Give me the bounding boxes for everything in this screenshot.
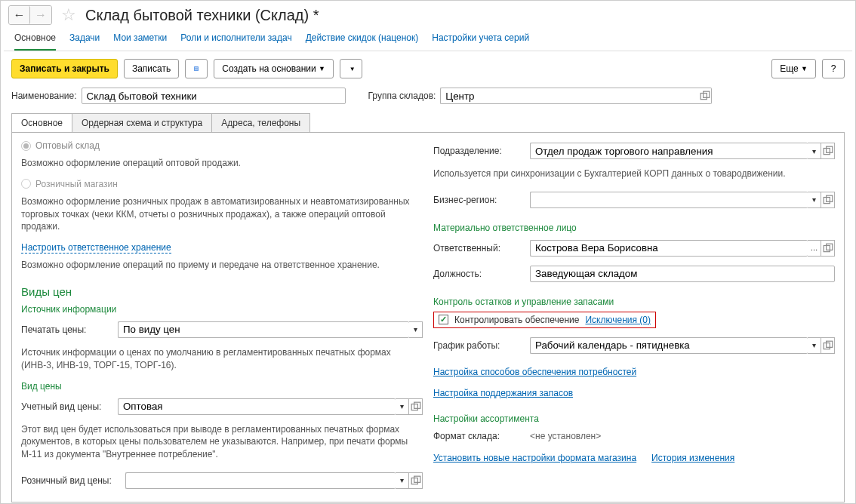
retail-label: Розничный магазин: [35, 179, 118, 189]
responsible-storage-link[interactable]: Настроить ответственное хранение: [21, 242, 171, 254]
stock-heading: Контроль остатков и управление запасами: [433, 297, 835, 307]
region-label: Бизнес-регион:: [433, 195, 524, 205]
wholesale-radio[interactable]: [21, 141, 31, 151]
assort-heading: Настройки ассортимента: [433, 413, 835, 424]
open-icon-button[interactable]: [821, 240, 835, 257]
retail-price-select[interactable]: [125, 472, 396, 489]
format-label: Формат склада:: [433, 431, 524, 441]
supply-link[interactable]: Настройка способов обеспечения потребнос…: [433, 367, 636, 377]
open-icon-button[interactable]: [821, 192, 835, 208]
resp-label: Ответственный:: [433, 243, 524, 254]
new-format-link[interactable]: Установить новые настройки формата магаз…: [433, 453, 636, 463]
history-link[interactable]: История изменения: [651, 453, 734, 463]
section-series[interactable]: Настройки учета серий: [432, 32, 529, 43]
create-based-button[interactable]: Создать на основании ▼: [214, 59, 334, 78]
acc-price-select[interactable]: [118, 398, 396, 415]
tab-order[interactable]: Ордерная схема и структура: [72, 113, 212, 132]
save-close-button[interactable]: Записать и закрыть: [11, 59, 118, 78]
region-select[interactable]: [530, 192, 808, 208]
section-main[interactable]: Основное: [14, 32, 56, 51]
open-icon-button[interactable]: [821, 143, 835, 159]
attach-button[interactable]: ▼: [340, 59, 362, 78]
page-title: Склад бытовой техники (Склад) *: [85, 7, 319, 24]
favorite-star-icon[interactable]: ☆: [61, 5, 76, 25]
chevron-down-icon: ▾: [400, 476, 404, 484]
group-label: Группа складов:: [368, 91, 436, 101]
open-icon: [823, 340, 833, 351]
open-icon: [700, 91, 710, 101]
open-icon: [823, 243, 833, 254]
retail-radio[interactable]: [21, 179, 31, 189]
info-source-desc: Источник информации о ценах по умолчанию…: [21, 346, 423, 372]
chevron-down-icon: ▼: [801, 65, 808, 72]
dropdown-button[interactable]: ▾: [808, 192, 821, 208]
responsible-desc: Возможно оформление операций по приему и…: [21, 259, 423, 272]
open-icon-button[interactable]: [409, 398, 423, 415]
schedule-label: График работы:: [433, 340, 524, 351]
position-label: Должность:: [433, 269, 524, 279]
prices-heading: Виды цен: [21, 285, 423, 298]
dropdown-button[interactable]: ▾: [396, 472, 409, 489]
forward-button[interactable]: →: [30, 6, 51, 24]
list-icon: [193, 63, 199, 74]
acc-price-desc: Этот вид цен будет использоваться при вы…: [21, 423, 423, 461]
section-notes[interactable]: Мои заметки: [113, 32, 167, 43]
retail-desc: Возможно оформление розничных продаж в а…: [21, 195, 423, 233]
dropdown-button[interactable]: ▾: [808, 337, 821, 354]
wholesale-label: Оптовый склад: [35, 140, 100, 151]
chevron-down-icon: ▾: [812, 341, 816, 349]
section-roles[interactable]: Роли и исполнители задач: [180, 32, 291, 43]
back-button[interactable]: ←: [9, 6, 30, 24]
resp-input[interactable]: [530, 240, 808, 257]
position-input[interactable]: [530, 266, 835, 282]
acc-price-label: Учетный вид цены:: [21, 401, 112, 412]
help-button[interactable]: ?: [822, 59, 845, 78]
price-type-heading: Вид цены: [21, 381, 423, 392]
control-highlight-box: Контролировать обеспечение Исключения (0…: [433, 312, 656, 328]
tab-main[interactable]: Основное: [11, 113, 72, 132]
unit-label: Подразделение:: [433, 146, 524, 156]
reserve-link[interactable]: Настройка поддержания запасов: [433, 388, 573, 398]
print-prices-label: Печатать цены:: [21, 324, 112, 335]
chevron-down-icon: ▼: [319, 65, 325, 72]
schedule-select[interactable]: [530, 337, 808, 354]
chevron-down-icon: ▾: [414, 325, 417, 333]
dropdown-button[interactable]: ▾: [409, 321, 423, 338]
unit-desc: Используется при синхронизации с Бухгалт…: [433, 167, 835, 180]
print-prices-select[interactable]: [118, 321, 409, 338]
chevron-down-icon: ▼: [349, 66, 356, 72]
open-icon: [823, 146, 833, 156]
exceptions-link[interactable]: Исключения (0): [585, 315, 651, 325]
ellipsis-button[interactable]: …: [808, 240, 821, 257]
section-tasks[interactable]: Задачи: [69, 32, 100, 43]
tab-addresses[interactable]: Адреса, телефоны: [211, 113, 310, 132]
control-checkbox[interactable]: [439, 315, 448, 324]
open-icon-button[interactable]: [409, 472, 423, 489]
dropdown-button[interactable]: ▾: [808, 143, 821, 159]
section-discounts[interactable]: Действие скидок (наценок): [306, 32, 419, 43]
info-source-heading: Источник информации: [21, 304, 423, 315]
create-based-label: Создать на основании: [222, 63, 316, 74]
unit-select[interactable]: [530, 143, 808, 159]
chevron-down-icon: ▾: [812, 147, 816, 155]
more-label: Еще: [780, 63, 798, 74]
name-input[interactable]: [82, 88, 346, 104]
group-input[interactable]: [440, 88, 698, 104]
list-icon-button[interactable]: [185, 59, 208, 78]
open-icon: [411, 401, 421, 412]
responsible-heading: Материально ответственное лицо: [433, 223, 835, 233]
wholesale-desc: Возможно оформление операций оптовой про…: [21, 157, 423, 170]
name-label: Наименование:: [11, 91, 77, 101]
format-value: <не установлен>: [530, 431, 601, 441]
dropdown-button[interactable]: ▾: [396, 398, 409, 415]
open-icon-button[interactable]: [821, 337, 835, 354]
more-button[interactable]: Еще ▼: [771, 59, 816, 78]
control-label: Контролировать обеспечение: [454, 315, 579, 325]
chevron-down-icon: ▾: [400, 402, 404, 410]
open-icon: [823, 195, 833, 205]
open-icon: [411, 475, 421, 486]
chevron-down-icon: ▾: [812, 195, 816, 204]
save-button[interactable]: Записать: [124, 59, 179, 78]
retail-price-label: Розничный вид цены:: [21, 475, 119, 486]
open-icon-button[interactable]: [698, 88, 712, 104]
